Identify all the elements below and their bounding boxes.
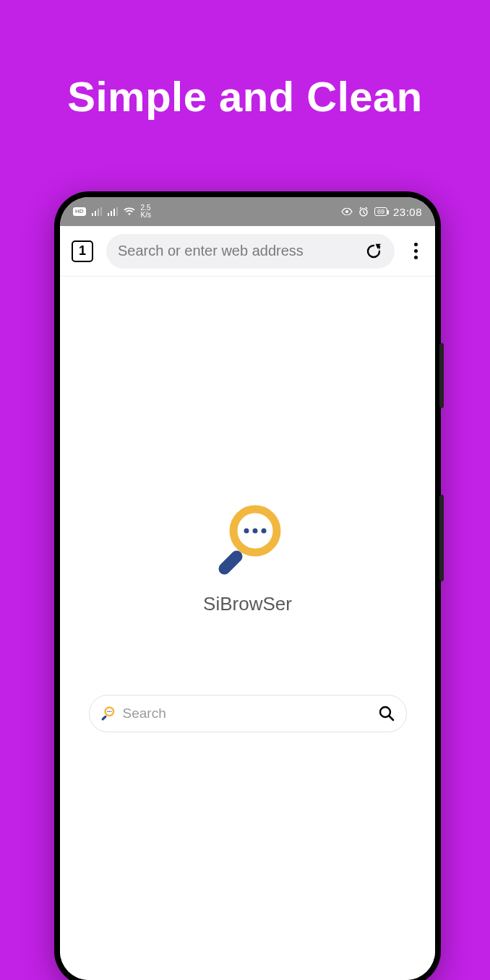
tab-switcher-button[interactable]: 1 <box>72 240 93 262</box>
svg-point-20 <box>110 711 111 712</box>
svg-rect-0 <box>92 213 93 216</box>
magnifier-logo-icon <box>207 500 287 580</box>
reload-button[interactable] <box>364 242 383 261</box>
address-input[interactable] <box>118 243 357 259</box>
signal-icon <box>92 207 102 216</box>
svg-rect-2 <box>98 209 99 216</box>
svg-rect-6 <box>113 209 115 216</box>
status-left: HD <box>73 204 151 219</box>
browser-toolbar: 1 <box>60 226 435 277</box>
status-clock: 23:08 <box>393 206 422 218</box>
status-right: 69 23:08 <box>341 206 422 218</box>
svg-rect-5 <box>111 211 112 216</box>
wifi-icon <box>124 207 135 216</box>
search-icon <box>378 705 395 722</box>
app-name-label: SiBrowSer <box>203 593 292 615</box>
page-content: SiBrowSer <box>60 277 435 980</box>
phone-frame: HD <box>54 191 441 980</box>
eye-icon <box>341 208 353 215</box>
page-search-input[interactable] <box>123 706 370 721</box>
address-bar[interactable] <box>106 234 395 269</box>
signal-icon <box>108 207 118 216</box>
promo-headline: Simple and Clean <box>0 72 490 121</box>
overflow-menu-button[interactable] <box>408 243 424 259</box>
app-logo-block: SiBrowSer <box>203 500 292 615</box>
svg-point-8 <box>345 210 348 213</box>
battery-icon: 69 <box>374 207 387 217</box>
svg-point-18 <box>107 711 108 712</box>
page-search-bar[interactable] <box>89 695 407 732</box>
phone-side-button <box>439 343 444 408</box>
phone-screen: HD <box>60 197 435 980</box>
svg-rect-1 <box>95 211 96 216</box>
kebab-icon <box>414 243 418 246</box>
phone-side-button <box>439 495 444 581</box>
svg-point-15 <box>262 529 267 534</box>
hd-badge-icon: HD <box>73 207 86 216</box>
svg-line-22 <box>389 716 393 721</box>
svg-rect-16 <box>100 715 106 721</box>
reload-icon <box>365 243 382 260</box>
svg-point-19 <box>108 711 110 712</box>
status-bar: HD <box>60 197 435 226</box>
alarm-icon <box>358 207 369 217</box>
svg-rect-4 <box>108 213 109 216</box>
svg-rect-3 <box>100 207 102 216</box>
network-speed: 2.5 K/s <box>141 204 151 219</box>
svg-point-14 <box>253 529 258 534</box>
svg-rect-11 <box>217 548 246 577</box>
magnifier-logo-small-icon <box>100 706 116 721</box>
search-button[interactable] <box>377 704 396 723</box>
svg-rect-7 <box>116 207 118 216</box>
svg-point-13 <box>244 529 249 534</box>
